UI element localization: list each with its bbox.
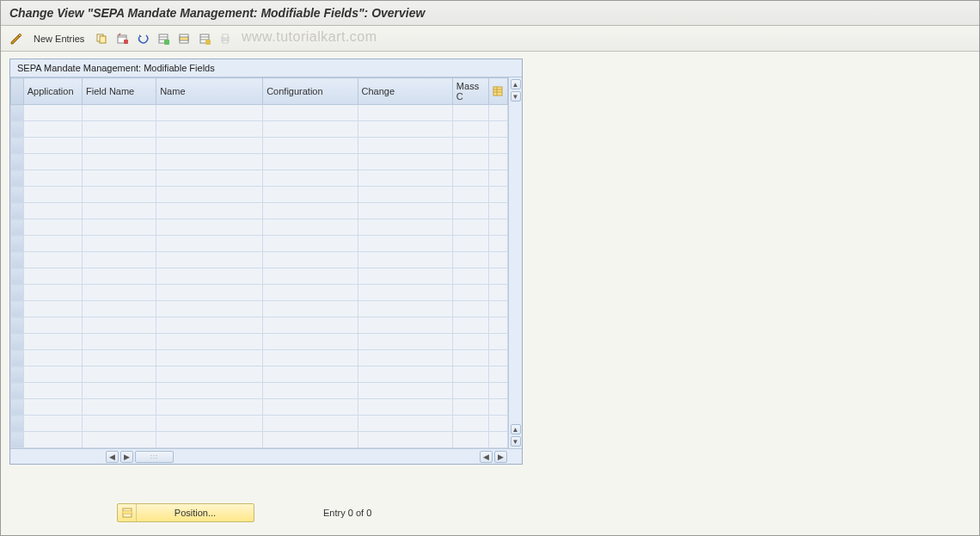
cell[interactable] <box>452 367 488 383</box>
scroll-down-end-icon[interactable]: ▼ <box>511 436 521 447</box>
cell[interactable] <box>23 432 82 448</box>
cell[interactable] <box>488 236 507 252</box>
row-selector[interactable] <box>11 334 24 350</box>
select-block-icon[interactable] <box>175 30 193 47</box>
cell[interactable] <box>156 203 263 219</box>
row-selector[interactable] <box>11 236 24 252</box>
cell[interactable] <box>156 187 263 203</box>
cell[interactable] <box>452 350 488 367</box>
table-settings-button[interactable] <box>488 78 507 105</box>
cell[interactable] <box>156 268 263 285</box>
cell[interactable] <box>488 317 507 334</box>
cell[interactable] <box>488 268 507 285</box>
cell[interactable] <box>83 350 156 367</box>
cell[interactable] <box>23 268 82 285</box>
row-selector[interactable] <box>11 432 24 448</box>
row-selector[interactable] <box>11 219 24 236</box>
cell[interactable] <box>358 301 452 317</box>
cell[interactable] <box>488 187 507 203</box>
cell[interactable] <box>83 203 156 219</box>
cell[interactable] <box>488 252 507 268</box>
cell[interactable] <box>358 317 452 334</box>
cell[interactable] <box>156 219 263 236</box>
cell[interactable] <box>23 219 82 236</box>
scroll-left-end-icon[interactable]: ◀ <box>480 451 493 463</box>
undo-change-icon[interactable] <box>134 30 151 47</box>
cell[interactable] <box>488 219 507 236</box>
row-selector[interactable] <box>11 252 24 268</box>
cell[interactable] <box>358 203 452 219</box>
col-change[interactable]: Change <box>358 78 452 105</box>
scroll-right-icon[interactable]: ▶ <box>120 451 133 463</box>
cell[interactable] <box>83 138 156 154</box>
cell[interactable] <box>452 105 488 121</box>
cell[interactable] <box>488 367 507 383</box>
cell[interactable] <box>263 334 358 350</box>
cell[interactable] <box>358 154 452 170</box>
cell[interactable] <box>156 383 263 399</box>
cell[interactable] <box>23 399 82 416</box>
cell[interactable] <box>83 219 156 236</box>
cell[interactable] <box>23 301 82 317</box>
cell[interactable] <box>452 121 488 138</box>
cell[interactable] <box>452 187 488 203</box>
cell[interactable] <box>156 317 263 334</box>
cell[interactable] <box>452 301 488 317</box>
cell[interactable] <box>83 121 156 138</box>
row-selector[interactable] <box>11 285 24 301</box>
cell[interactable] <box>83 236 156 252</box>
cell[interactable] <box>156 334 263 350</box>
cell[interactable] <box>452 252 488 268</box>
cell[interactable] <box>452 203 488 219</box>
cell[interactable] <box>83 187 156 203</box>
cell[interactable] <box>156 170 263 187</box>
cell[interactable] <box>156 105 263 121</box>
row-selector[interactable] <box>11 367 24 383</box>
cell[interactable] <box>452 334 488 350</box>
cell[interactable] <box>263 252 358 268</box>
cell[interactable] <box>23 252 82 268</box>
cell[interactable] <box>156 121 263 138</box>
position-button[interactable]: Position... <box>117 503 254 522</box>
row-selector[interactable] <box>11 187 24 203</box>
cell[interactable] <box>83 154 156 170</box>
scroll-right-end-icon[interactable]: ▶ <box>494 451 507 463</box>
cell[interactable] <box>156 252 263 268</box>
cell[interactable] <box>83 367 156 383</box>
cell[interactable] <box>488 285 507 301</box>
row-selector[interactable] <box>11 350 24 367</box>
cell[interactable] <box>23 383 82 399</box>
cell[interactable] <box>358 170 452 187</box>
cell[interactable] <box>23 334 82 350</box>
cell[interactable] <box>156 154 263 170</box>
cell[interactable] <box>488 154 507 170</box>
cell[interactable] <box>452 285 488 301</box>
cell[interactable] <box>83 334 156 350</box>
cell[interactable] <box>263 416 358 432</box>
cell[interactable] <box>488 121 507 138</box>
cell[interactable] <box>83 317 156 334</box>
copy-as-icon[interactable] <box>93 30 110 47</box>
select-all-icon[interactable] <box>155 30 172 47</box>
row-selector[interactable] <box>11 268 24 285</box>
cell[interactable] <box>452 154 488 170</box>
print-icon[interactable] <box>217 30 234 47</box>
cell[interactable] <box>358 268 452 285</box>
vertical-scrollbar[interactable]: ▲ ▼ ▲ ▼ <box>508 77 522 448</box>
cell[interactable] <box>263 219 358 236</box>
cell[interactable] <box>488 416 507 432</box>
cell[interactable] <box>488 432 507 448</box>
cell[interactable] <box>358 334 452 350</box>
cell[interactable] <box>358 350 452 367</box>
row-selector[interactable] <box>11 121 24 138</box>
cell[interactable] <box>452 268 488 285</box>
cell[interactable] <box>358 367 452 383</box>
cell[interactable] <box>488 350 507 367</box>
cell[interactable] <box>23 121 82 138</box>
cell[interactable] <box>83 105 156 121</box>
cell[interactable] <box>83 268 156 285</box>
cell[interactable] <box>23 154 82 170</box>
cell[interactable] <box>23 138 82 154</box>
cell[interactable] <box>23 416 82 432</box>
cell[interactable] <box>358 399 452 416</box>
